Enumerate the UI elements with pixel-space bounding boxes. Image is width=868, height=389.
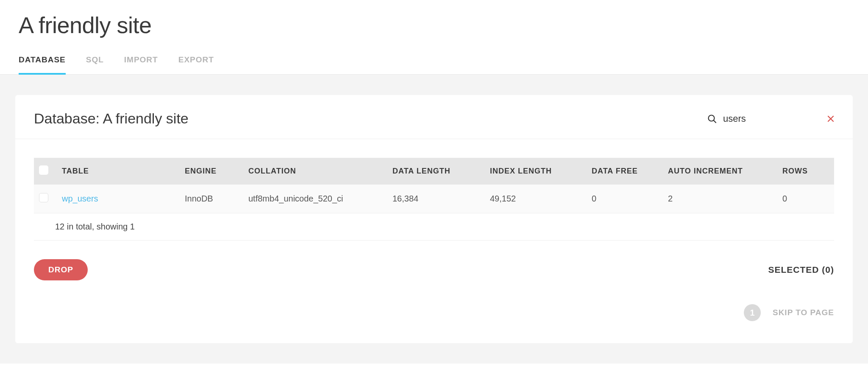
tab-import[interactable]: IMPORT (124, 55, 158, 75)
tab-export[interactable]: EXPORT (178, 55, 214, 75)
cell-engine: InnoDB (180, 185, 243, 213)
summary-row: 12 in total, showing 1 (34, 213, 834, 241)
clear-search-icon[interactable] (827, 115, 834, 122)
summary-text: 12 in total, showing 1 (34, 213, 834, 241)
col-header-auto-increment[interactable]: AUTO INCREMENT (663, 158, 777, 185)
tab-bar: DATABASE SQL IMPORT EXPORT (0, 43, 868, 75)
tables-table: TABLE ENGINE COLLATION DATA LENGTH INDEX… (34, 158, 834, 241)
database-panel: Database: A friendly site (15, 95, 853, 343)
col-header-index-length[interactable]: INDEX LENGTH (485, 158, 587, 185)
selected-count: SELECTED (0) (768, 265, 834, 275)
search-icon (707, 114, 717, 124)
search-wrap (707, 112, 834, 125)
cell-auto-increment: 2 (663, 185, 777, 213)
cell-rows: 0 (777, 185, 834, 213)
search-input[interactable] (723, 112, 808, 125)
cell-data-length: 16,384 (387, 185, 485, 213)
col-header-table[interactable]: TABLE (57, 158, 180, 185)
tab-sql[interactable]: SQL (86, 55, 104, 75)
cell-data-free: 0 (587, 185, 663, 213)
col-header-rows[interactable]: ROWS (777, 158, 834, 185)
col-header-data-length[interactable]: DATA LENGTH (387, 158, 485, 185)
col-header-engine[interactable]: ENGINE (180, 158, 243, 185)
panel-title: Database: A friendly site (34, 110, 189, 127)
svg-line-1 (714, 120, 716, 123)
col-header-data-free[interactable]: DATA FREE (587, 158, 663, 185)
site-title: A friendly site (0, 0, 868, 43)
table-row: wp_users InnoDB utf8mb4_unicode_520_ci 1… (34, 185, 834, 213)
table-name-link[interactable]: wp_users (62, 194, 98, 203)
col-header-collation[interactable]: COLLATION (243, 158, 387, 185)
tab-database[interactable]: DATABASE (19, 55, 66, 75)
page-number[interactable]: 1 (744, 304, 761, 321)
select-all-checkbox[interactable] (39, 165, 48, 175)
cell-index-length: 49,152 (485, 185, 587, 213)
row-checkbox[interactable] (39, 193, 48, 202)
skip-to-page[interactable]: SKIP TO PAGE (773, 308, 834, 317)
drop-button[interactable]: DROP (34, 259, 88, 280)
cell-collation: utf8mb4_unicode_520_ci (243, 185, 387, 213)
